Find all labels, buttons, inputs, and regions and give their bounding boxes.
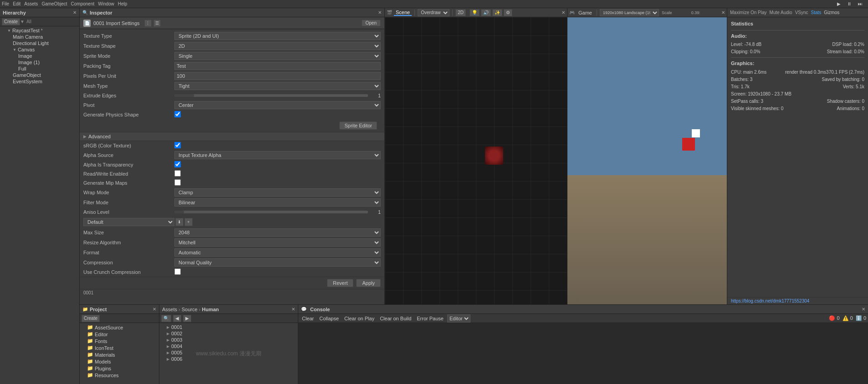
cb-srgb[interactable] xyxy=(174,142,181,148)
game-resolution-select[interactable]: 1920x1080 Landscape (19:) xyxy=(600,9,659,16)
download-icon-btn[interactable]: ⬇ xyxy=(175,218,184,226)
game-tab[interactable]: Game xyxy=(577,10,594,15)
proj-item-plugins[interactable]: 📁 Plugins xyxy=(80,365,159,372)
value-mesh-type[interactable]: Tight xyxy=(174,82,381,90)
proj-item-assetsource[interactable]: 📁 AssetSource xyxy=(80,324,159,331)
toolbar-gameobject[interactable]: GameObject xyxy=(41,1,67,6)
hier-item-image1[interactable]: Image (1) xyxy=(0,59,79,66)
inspector-icon-1[interactable]: ⋮ xyxy=(144,20,152,27)
pause-btn[interactable]: ⏸ xyxy=(847,1,852,6)
select-format[interactable]: Automatic xyxy=(174,248,381,257)
console-collapse-btn[interactable]: Collapse xyxy=(317,315,341,322)
value-wrap-mode[interactable]: Clamp xyxy=(174,188,381,197)
scene-gizmos-btn[interactable]: ⚙ xyxy=(504,9,512,16)
console-clear-btn[interactable]: Clear xyxy=(300,315,316,322)
slider-track-aniso[interactable] xyxy=(174,211,368,213)
select-pivot[interactable]: Center xyxy=(174,101,381,109)
apply-button[interactable]: Apply xyxy=(356,279,381,287)
toolbar-help[interactable]: Help xyxy=(118,1,128,6)
cb-gen-physics[interactable] xyxy=(174,111,181,117)
console-close[interactable]: ✕ xyxy=(862,307,865,312)
value-pivot[interactable]: Center xyxy=(174,101,381,109)
hier-item-canvas[interactable]: ▼ Canvas xyxy=(0,46,79,53)
value-compression[interactable]: Normal Quality xyxy=(174,258,381,267)
open-button[interactable]: Open xyxy=(362,20,381,26)
cb-crunch[interactable] xyxy=(174,268,181,275)
add-icon-btn[interactable]: + xyxy=(184,218,193,226)
scene-fx-btn[interactable]: ✨ xyxy=(492,9,502,16)
select-texture-type[interactable]: Sprite (2D and UI) xyxy=(174,32,381,40)
select-compression[interactable]: Normal Quality xyxy=(174,258,381,267)
asset-item-0003[interactable]: ▶ 0003 xyxy=(159,337,298,343)
bc-human[interactable]: Human xyxy=(202,307,219,312)
asset-search-btn[interactable]: 🔍 xyxy=(161,315,171,322)
select-mesh-type[interactable]: Tight xyxy=(174,82,381,90)
select-filter-mode[interactable]: Bilinear xyxy=(174,198,381,207)
console-errorpause-btn[interactable]: Error Pause xyxy=(415,315,445,322)
stats-stats-btn[interactable]: Stats xyxy=(811,10,822,15)
asset-close[interactable]: ✕ xyxy=(291,307,295,312)
select-texture-shape[interactable]: 2D xyxy=(174,42,381,50)
input-packing-tag[interactable] xyxy=(174,62,381,70)
scene-2d-btn[interactable]: 2D xyxy=(455,9,466,16)
game-close[interactable]: ✕ xyxy=(721,10,725,15)
hier-item-image[interactable]: Image xyxy=(0,53,79,59)
inspector-icon-2[interactable]: ☰ xyxy=(153,20,161,27)
proj-item-fonts[interactable]: 📁 Fonts xyxy=(80,338,159,344)
revert-button[interactable]: Revert xyxy=(327,279,353,287)
asset-item-0004[interactable]: ▶ 0004 xyxy=(159,343,298,349)
hierarchy-create-btn[interactable]: Create xyxy=(2,18,20,25)
toolbar-window[interactable]: Window xyxy=(98,1,114,6)
cb-readwrite[interactable] xyxy=(174,170,181,177)
asset-nav-back[interactable]: ◀ xyxy=(173,315,181,322)
asset-item-0001[interactable]: ▶ 0001 xyxy=(159,324,298,330)
toolbar-edit[interactable]: Edit xyxy=(13,1,20,6)
project-create-btn[interactable]: Create xyxy=(82,315,100,322)
proj-item-resources[interactable]: 📁 Resources xyxy=(80,372,159,379)
scene-audio-btn[interactable]: 🔊 xyxy=(481,9,491,16)
select-wrap-mode[interactable]: Clamp xyxy=(174,188,381,197)
value-texture-type[interactable]: Sprite (2D and UI) xyxy=(174,32,381,40)
select-alpha-source[interactable]: Input Texture Alpha xyxy=(174,151,381,159)
inspector-close[interactable]: ✕ xyxy=(378,10,382,15)
hier-item-maincamera[interactable]: Main Camera xyxy=(0,34,79,40)
bc-source[interactable]: Source xyxy=(182,307,198,312)
value-alpha-source[interactable]: Input Texture Alpha xyxy=(174,151,381,159)
scene-tab[interactable]: Scene xyxy=(394,10,412,16)
hier-item-gameobject[interactable]: GameObject xyxy=(0,72,79,78)
console-clearplay-btn[interactable]: Clear on Play xyxy=(342,315,376,322)
scene-light-btn[interactable]: 💡 xyxy=(470,9,480,16)
value-sprite-mode[interactable]: Single xyxy=(174,52,381,60)
hier-item-eventsystem[interactable]: EventSystem xyxy=(0,78,79,85)
asset-item-0002[interactable]: ▶ 0002 xyxy=(159,330,298,337)
console-clearbuild-btn[interactable]: Clear on Build xyxy=(378,315,413,322)
proj-item-icontest[interactable]: 📁 IconTest xyxy=(80,344,159,351)
toolbar-component[interactable]: Component xyxy=(71,1,95,6)
hier-item-dirlight[interactable]: Directional Light xyxy=(0,40,79,46)
asset-nav-fwd[interactable]: ▶ xyxy=(183,315,191,322)
value-format[interactable]: Automatic xyxy=(174,248,381,257)
select-max-size[interactable]: 2048 xyxy=(174,228,381,237)
value-filter-mode[interactable]: Bilinear xyxy=(174,198,381,207)
select-default-preset[interactable]: Default xyxy=(83,218,174,226)
toolbar-file[interactable]: File xyxy=(2,1,9,6)
select-resize-algo[interactable]: Mitchell xyxy=(174,238,381,247)
sprite-editor-btn[interactable]: Sprite Editor xyxy=(339,121,377,130)
stats-gizmos-btn[interactable]: Gizmos xyxy=(824,10,839,15)
slider-track-extrude[interactable] xyxy=(174,94,368,97)
console-editor-select[interactable]: Editor xyxy=(447,314,470,323)
hier-item-scene[interactable]: ▼ RaycastTest * xyxy=(0,27,79,34)
overdraw-select[interactable]: Overdraw xyxy=(418,9,449,16)
value-resize-algo[interactable]: Mitchell xyxy=(174,238,381,247)
proj-item-editor[interactable]: 📁 Editor xyxy=(80,331,159,338)
proj-item-models[interactable]: 📁 Models xyxy=(80,358,159,365)
value-max-size[interactable]: 2048 xyxy=(174,228,381,237)
select-sprite-mode[interactable]: Single xyxy=(174,52,381,60)
project-close[interactable]: ✕ xyxy=(153,307,156,312)
play-btn[interactable]: ▶ xyxy=(837,1,841,6)
proj-item-materials[interactable]: 📁 Materials xyxy=(80,351,159,358)
scene-close[interactable]: ✕ xyxy=(562,10,565,15)
value-texture-shape[interactable]: 2D xyxy=(174,42,381,50)
hier-item-full[interactable]: Full xyxy=(0,66,79,72)
step-btn[interactable]: ⏭ xyxy=(858,1,863,6)
